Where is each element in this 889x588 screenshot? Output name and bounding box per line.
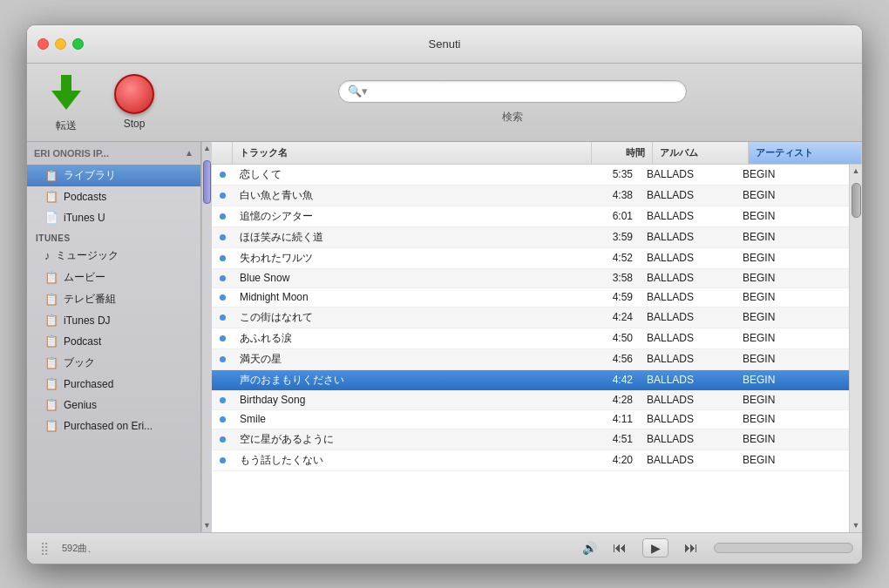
minimize-button[interactable]: [55, 38, 66, 50]
music-icon: ♪: [44, 249, 51, 262]
table-row[interactable]: Birthday Song4:28BALLADSBEGIN: [212, 391, 849, 410]
table-row[interactable]: Blue Snow3:58BALLADSBEGIN: [212, 269, 849, 288]
content-scroll-up[interactable]: ▲: [850, 165, 863, 178]
row-dot-cell: [212, 165, 233, 185]
progress-bar[interactable]: [714, 543, 853, 553]
playback-controls: 🔊 ⏮ ▶ ⏭: [582, 538, 853, 558]
table-row[interactable]: 白い魚と青い魚4:38BALLADSBEGIN: [212, 186, 849, 206]
sidebar-item-books[interactable]: 📋 ブック: [27, 352, 200, 374]
track-artist: BEGIN: [736, 391, 849, 409]
sidebar-scrollbar[interactable]: ▲ ▼: [201, 142, 212, 532]
track-name: Midnight Moon: [233, 288, 579, 307]
track-album: BALLADS: [640, 391, 736, 409]
table-row[interactable]: 満天の星4:56BALLADSBEGIN: [212, 349, 849, 370]
track-album: BALLADS: [640, 328, 736, 348]
search-input[interactable]: [372, 84, 677, 98]
play-button[interactable]: ▶: [642, 538, 668, 558]
sync-dot: [220, 335, 226, 341]
table-row[interactable]: ほほ笑みに続く道3:59BALLADSBEGIN: [212, 227, 849, 248]
sidebar-item-movies[interactable]: 📋 ムービー: [27, 267, 200, 288]
sidebar-item-podcast2[interactable]: 📋 Podcast: [27, 331, 200, 352]
sidebar-item-podcasts[interactable]: 📋 Podcasts: [27, 186, 200, 207]
sidebar-item-podcast2-label: Podcast: [64, 335, 101, 348]
sidebar-item-purchased[interactable]: 📋 Purchased: [27, 374, 200, 395]
table-row[interactable]: もう話したくない4:20BALLADSBEGIN: [212, 450, 849, 471]
table-row[interactable]: 声のおまもりください4:42BALLADSBEGIN: [212, 370, 849, 391]
sidebar-device-header: ERI ONORIS IP... ▲: [27, 142, 200, 165]
search-icon: 🔍▾: [348, 84, 368, 98]
sidebar-scroll-thumb[interactable]: [203, 160, 211, 204]
sidebar-item-genius[interactable]: 📋 Genius: [27, 395, 200, 416]
track-artist: BEGIN: [736, 269, 849, 287]
table-row[interactable]: Midnight Moon4:59BALLADSBEGIN: [212, 288, 849, 308]
track-time: 4:38: [579, 186, 640, 206]
th-dot: [212, 142, 233, 164]
row-dot-cell: [212, 391, 233, 409]
track-album: BALLADS: [640, 308, 736, 328]
th-album[interactable]: アルバム: [653, 142, 749, 164]
track-list: 恋しくて5:35BALLADSBEGIN白い魚と青い魚4:38BALLADSBE…: [212, 165, 849, 532]
stop-button[interactable]: Stop: [114, 74, 154, 130]
close-button[interactable]: [37, 38, 49, 50]
table-row[interactable]: この街はなれて4:24BALLADSBEGIN: [212, 308, 849, 328]
table-row[interactable]: 追憶のシアター6:01BALLADSBEGIN: [212, 206, 849, 227]
row-dot-cell: [212, 248, 233, 268]
sidebar-item-music[interactable]: ♪ ミュージック: [27, 245, 200, 267]
table-row[interactable]: 恋しくて5:35BALLADSBEGIN: [212, 165, 849, 186]
sidebar-item-tvshows[interactable]: 📋 テレビ番組: [27, 288, 200, 310]
sync-dot: [220, 436, 226, 443]
purchased-eri-icon: 📋: [44, 419, 58, 432]
table-row[interactable]: Smile4:11BALLADSBEGIN: [212, 410, 849, 429]
table-row[interactable]: 失われたワルツ4:52BALLADSBEGIN: [212, 248, 849, 269]
track-name: Blue Snow: [233, 269, 579, 287]
itunesu-icon: 📄: [44, 211, 58, 224]
maximize-button[interactable]: [72, 38, 84, 50]
sidebar-item-purchased-eri[interactable]: 📋 Purchased on Eri...: [27, 416, 200, 436]
genius-icon: 📋: [44, 398, 58, 411]
content-scrollbar[interactable]: ▲ ▼: [849, 165, 862, 532]
track-time: 4:52: [579, 248, 640, 268]
track-artist: BEGIN: [736, 429, 849, 449]
track-album: BALLADS: [640, 206, 736, 226]
track-album: BALLADS: [640, 429, 736, 449]
window-title: Senuti: [429, 37, 461, 51]
track-time: 4:28: [579, 391, 640, 409]
row-dot-cell: [212, 370, 233, 390]
th-time[interactable]: 時間: [592, 142, 653, 164]
volume-icon[interactable]: 🔊: [582, 541, 597, 555]
rewind-button[interactable]: ⏮: [607, 539, 632, 557]
sidebar: ERI ONORIS IP... ▲ 📋 ライブラリ 📋 Podcasts 📄 …: [27, 142, 201, 532]
content-scroll-down[interactable]: ▼: [850, 519, 863, 532]
sync-dot: [220, 294, 226, 301]
toolbar: 転送 Stop 🔍▾ 検索: [27, 64, 862, 142]
track-time: 3:58: [579, 269, 640, 287]
sidebar-item-library[interactable]: 📋 ライブラリ: [27, 165, 200, 186]
track-artist: BEGIN: [736, 288, 849, 307]
track-album: BALLADS: [640, 410, 736, 429]
th-track[interactable]: トラック名: [233, 142, 592, 164]
sidebar-item-purchased-eri-label: Purchased on Eri...: [64, 420, 153, 432]
th-artist[interactable]: アーティスト: [749, 142, 862, 164]
traffic-lights: [37, 38, 84, 50]
search-bar[interactable]: 🔍▾: [338, 80, 687, 103]
track-artist: BEGIN: [736, 248, 849, 268]
content-scroll-thumb[interactable]: [852, 183, 861, 218]
fast-forward-button[interactable]: ⏭: [679, 539, 703, 557]
podcast2-icon: 📋: [44, 335, 58, 348]
track-artist: BEGIN: [736, 206, 849, 226]
table-row[interactable]: あふれる涙4:50BALLADSBEGIN: [212, 328, 849, 349]
row-dot-cell: [212, 186, 233, 206]
track-time: 5:35: [579, 165, 640, 185]
sidebar-item-podcasts-label: Podcasts: [64, 191, 106, 203]
track-album: BALLADS: [640, 248, 736, 268]
track-artist: BEGIN: [736, 227, 849, 247]
sidebar-item-itunesdjy[interactable]: 📋 iTunes DJ: [27, 310, 200, 331]
track-name: 恋しくて: [233, 165, 579, 185]
table-row[interactable]: 空に星があるように4:51BALLADSBEGIN: [212, 429, 849, 450]
transfer-button[interactable]: 転送: [44, 71, 88, 133]
row-dot-cell: [212, 308, 233, 328]
stop-icon: [114, 74, 154, 114]
sidebar-device-label: ERI ONORIS IP...: [34, 148, 109, 159]
sidebar-item-itunesu[interactable]: 📄 iTunes U: [27, 207, 200, 228]
sync-dot: [220, 275, 226, 281]
